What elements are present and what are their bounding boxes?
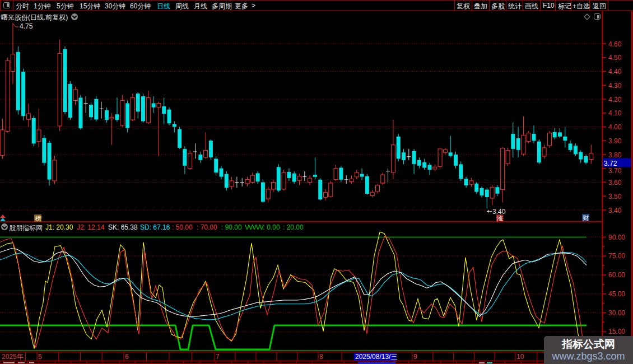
- svg-text:8: 8: [319, 353, 323, 361]
- svg-text:3.50: 3.50: [608, 193, 622, 200]
- svg-text:9: 9: [413, 353, 417, 361]
- svg-text:10: 10: [516, 353, 524, 361]
- svg-text:30.00: 30.00: [608, 309, 625, 317]
- svg-text:4.20: 4.20: [608, 96, 622, 104]
- svg-text:60.00: 60.00: [608, 271, 625, 279]
- svg-text:3.90: 3.90: [608, 137, 622, 145]
- svg-text:6: 6: [125, 353, 129, 361]
- svg-text:财: 财: [583, 214, 589, 221]
- svg-text:4.00: 4.00: [608, 123, 622, 131]
- svg-text:2025年: 2025年: [2, 353, 24, 361]
- svg-text:15.00: 15.00: [608, 328, 625, 335]
- svg-text:3.40: 3.40: [608, 207, 622, 214]
- svg-text:45.00: 45.00: [608, 290, 625, 298]
- svg-text:4.10: 4.10: [608, 109, 622, 117]
- svg-text:75.00: 75.00: [608, 252, 625, 260]
- svg-text:3.72: 3.72: [604, 160, 617, 167]
- svg-text:4.60: 4.60: [608, 40, 622, 48]
- svg-text:4.30: 4.30: [608, 82, 622, 90]
- svg-text:7: 7: [216, 353, 220, 361]
- svg-text:2025/08/13/三: 2025/08/13/三: [355, 353, 397, 361]
- svg-text:90.00: 90.00: [608, 234, 625, 241]
- svg-text:4.75: 4.75: [20, 22, 33, 30]
- svg-text:榜: 榜: [35, 215, 41, 222]
- svg-text:涨: 涨: [497, 215, 503, 222]
- svg-text:3.80: 3.80: [608, 151, 622, 159]
- svg-text:3.60: 3.60: [608, 179, 622, 186]
- svg-text:5: 5: [38, 353, 42, 361]
- svg-text:4.50: 4.50: [608, 54, 622, 62]
- svg-text:4.40: 4.40: [608, 68, 622, 76]
- svg-text:3.70: 3.70: [608, 167, 622, 175]
